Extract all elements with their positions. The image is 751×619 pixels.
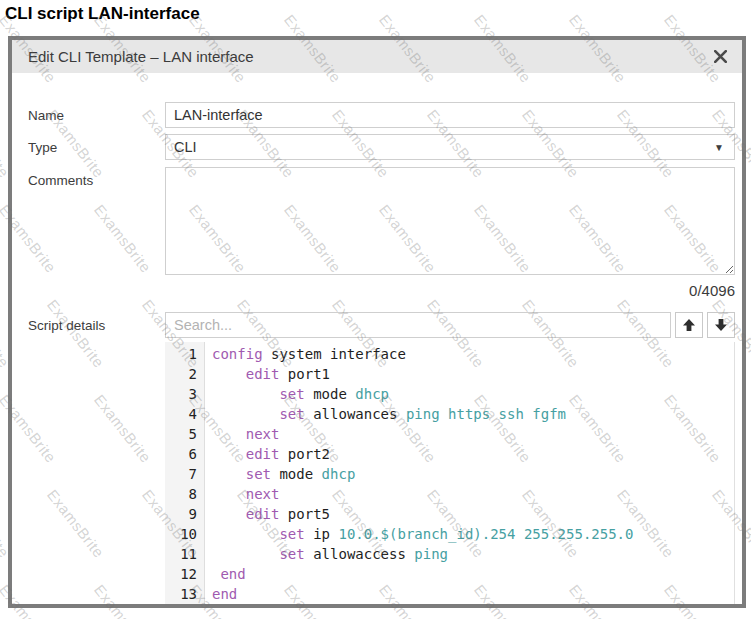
dialog-body: Name Type CLI ▼ Comments 0/4096 bbox=[12, 73, 742, 605]
close-icon bbox=[714, 50, 727, 63]
dialog-header: Edit CLI Template – LAN interface bbox=[12, 40, 742, 73]
code-line: end bbox=[212, 564, 734, 584]
line-number: 12 bbox=[165, 564, 197, 584]
code-token: dhcp bbox=[355, 386, 389, 402]
code-token bbox=[212, 466, 246, 482]
code-token: set bbox=[279, 386, 304, 402]
char-counter: 0/4096 bbox=[165, 282, 735, 299]
line-number: 5 bbox=[165, 424, 197, 444]
code-token: port5 bbox=[279, 506, 330, 522]
code-token: system interface bbox=[263, 346, 406, 362]
code-token bbox=[212, 446, 246, 462]
line-number: 7 bbox=[165, 464, 197, 484]
code-token: next bbox=[246, 426, 280, 442]
code-token: set bbox=[246, 466, 271, 482]
line-number: 10 bbox=[165, 524, 197, 544]
arrow-down-icon bbox=[714, 318, 728, 332]
code-token: next bbox=[246, 486, 280, 502]
code-token: ip bbox=[305, 526, 339, 542]
code-token: allowaccess bbox=[305, 546, 415, 562]
line-number: 4 bbox=[165, 404, 197, 424]
code-token: 10.0.$(branch_id).254 255.255.255.0 bbox=[338, 526, 633, 542]
line-number: 2 bbox=[165, 364, 197, 384]
editor-row: 12345678910111213 config system interfac… bbox=[28, 342, 735, 605]
code-token: mode bbox=[305, 386, 356, 402]
type-selected-value: CLI bbox=[174, 139, 197, 155]
code-line: set allowances ping https ssh fgfm bbox=[212, 404, 734, 424]
comments-label: Comments bbox=[28, 167, 165, 188]
code-token: edit bbox=[246, 366, 280, 382]
code-lines: config system interface edit port1 set m… bbox=[205, 342, 734, 605]
line-number: 8 bbox=[165, 484, 197, 504]
comments-row: Comments bbox=[28, 167, 735, 279]
line-number: 1 bbox=[165, 344, 197, 364]
code-token: config bbox=[212, 346, 263, 362]
code-line: config system interface bbox=[212, 344, 734, 364]
chevron-down-icon: ▼ bbox=[714, 142, 726, 153]
code-token: edit bbox=[246, 446, 280, 462]
code-line: edit port1 bbox=[212, 364, 734, 384]
code-token: mode bbox=[271, 466, 322, 482]
code-token bbox=[212, 546, 279, 562]
name-row: Name bbox=[28, 102, 735, 128]
code-token bbox=[212, 366, 246, 382]
code-token: allowances bbox=[305, 406, 406, 422]
edit-cli-template-dialog: Edit CLI Template – LAN interface Name T… bbox=[8, 36, 746, 608]
line-number: 3 bbox=[165, 384, 197, 404]
code-token: port1 bbox=[279, 366, 330, 382]
code-token: edit bbox=[246, 506, 280, 522]
code-line: set mode dhcp bbox=[212, 464, 734, 484]
arrow-up-icon bbox=[682, 318, 696, 332]
code-token: port2 bbox=[279, 446, 330, 462]
type-row: Type CLI ▼ bbox=[28, 134, 735, 160]
code-token bbox=[212, 426, 246, 442]
search-input[interactable] bbox=[165, 312, 671, 338]
code-line: next bbox=[212, 424, 734, 444]
code-token bbox=[212, 386, 279, 402]
code-line: set mode dhcp bbox=[212, 384, 734, 404]
script-details-row: Script details bbox=[28, 312, 735, 338]
line-number: 9 bbox=[165, 504, 197, 524]
type-select[interactable]: CLI ▼ bbox=[165, 134, 735, 160]
code-token: end bbox=[212, 586, 237, 602]
code-token bbox=[212, 486, 246, 502]
counter-row: 0/4096 bbox=[28, 282, 735, 299]
code-token: set bbox=[279, 526, 304, 542]
code-token bbox=[212, 506, 246, 522]
move-down-button[interactable] bbox=[707, 312, 735, 338]
code-token: dhcp bbox=[322, 466, 356, 482]
code-line: end bbox=[212, 584, 734, 604]
line-number: 11 bbox=[165, 544, 197, 564]
code-line: next bbox=[212, 484, 734, 504]
dialog-title: Edit CLI Template – LAN interface bbox=[25, 48, 254, 65]
name-label: Name bbox=[28, 102, 165, 123]
name-input[interactable] bbox=[165, 102, 735, 128]
code-line: set allowaccess ping bbox=[212, 544, 734, 564]
page-title: CLI script LAN-interface bbox=[5, 4, 200, 24]
code-editor[interactable]: 12345678910111213 config system interfac… bbox=[165, 342, 735, 605]
line-number: 13 bbox=[165, 584, 197, 604]
line-number-gutter: 12345678910111213 bbox=[165, 342, 205, 605]
code-token: end bbox=[220, 566, 245, 582]
code-token bbox=[212, 406, 279, 422]
code-token bbox=[212, 526, 279, 542]
type-label: Type bbox=[28, 134, 165, 155]
code-line: edit port2 bbox=[212, 444, 734, 464]
script-details-label: Script details bbox=[28, 312, 165, 333]
move-up-button[interactable] bbox=[675, 312, 703, 338]
code-token: set bbox=[279, 546, 304, 562]
code-line: set ip 10.0.$(branch_id).254 255.255.255… bbox=[212, 524, 734, 544]
code-token: set bbox=[279, 406, 304, 422]
code-token: ping bbox=[414, 546, 448, 562]
comments-textarea[interactable] bbox=[165, 167, 735, 275]
close-button[interactable] bbox=[711, 48, 729, 66]
code-token: ping https ssh fgfm bbox=[406, 406, 566, 422]
code-line: edit port5 bbox=[212, 504, 734, 524]
line-number: 6 bbox=[165, 444, 197, 464]
